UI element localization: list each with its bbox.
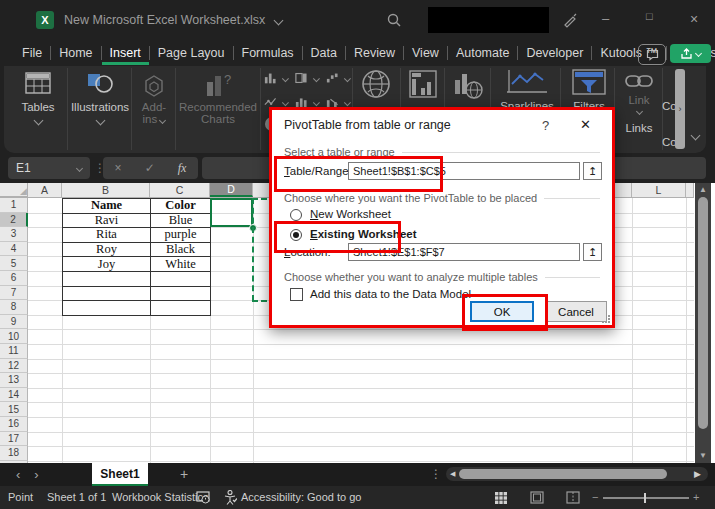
row-header-5[interactable]: 5 [0, 256, 28, 271]
ribbon-tab-developer[interactable]: Developer [518, 42, 591, 65]
column-header-L[interactable]: L [632, 183, 686, 197]
chevron-down-icon[interactable] [282, 75, 289, 82]
cell[interactable] [62, 286, 151, 302]
pivotchart-button[interactable] [406, 70, 440, 98]
row-header-11[interactable]: 11 [0, 344, 28, 359]
cell[interactable]: Ravi [62, 213, 151, 229]
accessibility-person-icon[interactable] [224, 490, 237, 505]
chevron-down-icon[interactable] [313, 75, 320, 82]
sheet-tab-sheet1[interactable]: Sheet1 [92, 463, 148, 486]
next-sheet-icon[interactable]: › [34, 467, 38, 482]
cell[interactable] [150, 271, 211, 287]
row-header-7[interactable]: 7 [0, 286, 28, 301]
minimize-button[interactable]: – [602, 11, 609, 26]
collapse-ribbon-chevron-icon[interactable] [691, 131, 701, 141]
row-header-6[interactable]: 6 [0, 271, 28, 286]
sparklines-group[interactable]: Sparklines [496, 68, 558, 112]
maximize-button[interactable]: □ [646, 10, 653, 22]
chevron-down-icon[interactable] [344, 99, 351, 106]
row-header-3[interactable]: 3 [0, 227, 28, 242]
zoom-slider-track[interactable] [603, 497, 689, 499]
three-d-map-button[interactable] [450, 70, 486, 100]
scroll-right-icon[interactable]: ▶ [694, 469, 701, 479]
workbook-statistics-button[interactable]: Workbook Statistics [112, 491, 208, 503]
accessibility-status[interactable]: Accessibility: Good to go [241, 491, 361, 503]
zoom-in-button[interactable]: + [693, 491, 699, 503]
scroll-left-icon[interactable]: ◀ [450, 470, 455, 478]
row-header-1[interactable]: 1 [0, 198, 28, 213]
excel-app-icon[interactable]: X [36, 11, 54, 29]
comments-button[interactable] [638, 44, 666, 65]
cancel-button[interactable]: Cancel [545, 301, 607, 322]
insert-function-icon[interactable]: fx [178, 161, 187, 176]
illustrations-button[interactable]: Illustrations [70, 70, 130, 124]
column-chart-icon[interactable] [264, 72, 276, 84]
ribbon-tab-review[interactable]: Review [346, 42, 403, 65]
vertical-scrollbar-thumb[interactable] [698, 197, 708, 429]
vertical-scrollbar[interactable]: ▲ ▼ [695, 183, 711, 463]
row-header-17[interactable]: 17 [0, 432, 28, 447]
table-range-picker-button[interactable]: ↥ [583, 162, 602, 180]
ribbon-tab-view[interactable]: View [404, 42, 447, 65]
status-sheet-info[interactable]: Sheet 1 of 1 [47, 491, 106, 503]
page-layout-view-icon[interactable] [530, 491, 544, 504]
ribbon-tab-formulas[interactable]: Formulas [234, 42, 302, 65]
column-header-C[interactable]: C [150, 183, 210, 197]
cell[interactable]: Rita [62, 227, 151, 243]
column-header-B[interactable]: B [62, 183, 150, 197]
treemap-chart-icon[interactable] [295, 72, 307, 84]
column-header-A[interactable]: A [28, 183, 62, 197]
select-all-corner[interactable]: ◢ [0, 183, 28, 197]
scroll-up-icon[interactable]: ▲ [699, 185, 707, 194]
cell[interactable]: Roy [62, 242, 151, 258]
prev-sheet-icon[interactable]: ‹ [16, 467, 20, 482]
maps-button[interactable] [358, 68, 394, 100]
column-header-blank[interactable] [612, 183, 632, 197]
row-header-4[interactable]: 4 [0, 242, 28, 257]
chevron-down-icon[interactable] [313, 99, 320, 106]
scroll-down-icon[interactable]: ▼ [699, 451, 707, 460]
column-header-D[interactable]: D [210, 183, 253, 197]
cell[interactable]: White [150, 256, 211, 272]
dialog-help-icon[interactable]: ? [542, 118, 549, 133]
row-header-16[interactable]: 16 [0, 417, 28, 432]
link-button[interactable]: Link Links [620, 70, 658, 134]
zoom-slider-thumb[interactable] [644, 493, 646, 503]
column-header-blank[interactable] [686, 183, 694, 197]
new-worksheet-radio[interactable] [290, 209, 302, 221]
horizontal-scrollbar-thumb[interactable] [459, 469, 667, 479]
ribbon-tab-automate[interactable]: Automate [448, 42, 518, 65]
row-header-2[interactable]: 2 [0, 213, 28, 228]
row-header-14[interactable]: 14 [0, 388, 28, 403]
recommended-charts-button[interactable]: ? Recommended Charts [178, 70, 258, 125]
page-break-preview-icon[interactable] [566, 491, 580, 504]
filters-group[interactable]: Filters [566, 68, 612, 112]
search-icon[interactable] [386, 12, 402, 28]
cell[interactable] [150, 300, 211, 316]
tab-bar-more-icon[interactable]: ⋮ [430, 467, 442, 481]
cell[interactable]: Black [150, 242, 211, 258]
add-ins-button[interactable]: Add- ins [134, 70, 174, 125]
cell[interactable]: Color [150, 198, 211, 214]
zoom-out-button[interactable]: − [592, 491, 598, 503]
name-box-chevron-down-icon[interactable] [76, 164, 83, 171]
cell[interactable]: Blue [150, 213, 211, 229]
pen-icon[interactable] [562, 12, 578, 28]
ribbon-tab-file[interactable]: File [14, 42, 50, 65]
ribbon-tab-data[interactable]: Data [303, 42, 345, 65]
document-title[interactable]: New Microsoft Excel Worksheet.xlsx [64, 13, 282, 27]
close-button[interactable]: × [690, 11, 698, 27]
cell[interactable] [62, 300, 151, 316]
cell[interactable]: Joy [62, 256, 151, 272]
normal-view-icon[interactable] [494, 491, 508, 504]
ribbon-scroll-strip[interactable]: › [675, 69, 685, 149]
row-header-10[interactable]: 10 [0, 329, 28, 344]
cell[interactable] [62, 271, 151, 287]
chevron-down-icon[interactable] [282, 99, 289, 106]
cell[interactable]: purple [150, 227, 211, 243]
row-header-15[interactable]: 15 [0, 402, 28, 417]
cancel-entry-icon[interactable]: × [115, 161, 122, 175]
waterfall-chart-icon[interactable] [326, 72, 338, 84]
data-model-checkbox[interactable] [290, 288, 303, 301]
name-box[interactable]: E1 [8, 157, 90, 179]
